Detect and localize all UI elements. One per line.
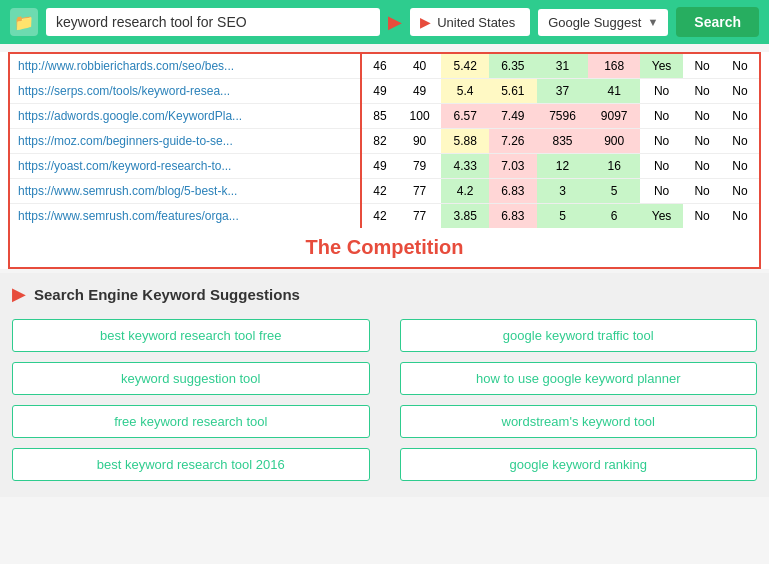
data-cell: 9097 — [588, 104, 640, 129]
data-cell: 6.83 — [489, 179, 537, 204]
table-row: https://www.semrush.com/features/orga...… — [10, 204, 759, 229]
url-cell[interactable]: https://www.semrush.com/features/orga... — [10, 204, 361, 229]
data-cell: 79 — [398, 154, 442, 179]
data-cell: 49 — [361, 154, 398, 179]
suggestion-button[interactable]: google keyword ranking — [400, 448, 758, 481]
data-cell: 900 — [588, 129, 640, 154]
data-cell: No — [683, 129, 721, 154]
data-cell: Yes — [640, 54, 683, 79]
data-cell: 7.26 — [489, 129, 537, 154]
suggestions-title: Search Engine Keyword Suggestions — [34, 286, 300, 303]
data-cell: 40 — [398, 54, 442, 79]
data-cell: 31 — [537, 54, 589, 79]
suggestions-header: ▶ Search Engine Keyword Suggestions — [12, 283, 757, 305]
data-cell: 5 — [588, 179, 640, 204]
data-cell: 7.03 — [489, 154, 537, 179]
data-cell: 5.61 — [489, 79, 537, 104]
suggestions-section: ▶ Search Engine Keyword Suggestions best… — [0, 273, 769, 497]
data-cell: 5.42 — [441, 54, 489, 79]
url-cell[interactable]: https://www.semrush.com/blog/5-best-k... — [10, 179, 361, 204]
engine-dropdown-icon: ▼ — [647, 16, 658, 28]
data-cell: 6.83 — [489, 204, 537, 229]
suggestion-button[interactable]: wordstream's keyword tool — [400, 405, 758, 438]
engine-selector[interactable]: Google Suggest ▼ — [538, 9, 668, 36]
search-button[interactable]: Search — [676, 7, 759, 37]
search-arrow-icon[interactable]: ▶ — [388, 11, 402, 33]
data-cell: 3 — [537, 179, 589, 204]
data-cell: 77 — [398, 179, 442, 204]
data-cell: 4.2 — [441, 179, 489, 204]
data-cell: Yes — [640, 204, 683, 229]
data-cell: 49 — [361, 79, 398, 104]
suggestion-button[interactable]: best keyword research tool 2016 — [12, 448, 370, 481]
main-search-input[interactable] — [46, 8, 380, 36]
suggestions-arrow-icon: ▶ — [12, 283, 26, 305]
data-cell: 37 — [537, 79, 589, 104]
data-cell: 85 — [361, 104, 398, 129]
data-cell: No — [640, 104, 683, 129]
data-cell: 4.33 — [441, 154, 489, 179]
data-cell: No — [640, 79, 683, 104]
data-cell: 12 — [537, 154, 589, 179]
country-label: United States — [437, 15, 515, 30]
data-cell: 77 — [398, 204, 442, 229]
data-cell: No — [640, 129, 683, 154]
data-cell: No — [721, 154, 759, 179]
country-flag-icon: ▶ — [420, 14, 431, 30]
folder-icon: 📁 — [10, 8, 38, 36]
data-cell: 3.85 — [441, 204, 489, 229]
engine-label: Google Suggest — [548, 15, 641, 30]
suggestion-button[interactable]: google keyword traffic tool — [400, 319, 758, 352]
url-cell[interactable]: https://moz.com/beginners-guide-to-se... — [10, 129, 361, 154]
competition-section: http://www.robbierichards.com/seo/bes...… — [0, 52, 769, 269]
data-cell: No — [683, 154, 721, 179]
data-cell: 835 — [537, 129, 589, 154]
data-cell: No — [683, 54, 721, 79]
data-cell: No — [721, 104, 759, 129]
data-cell: 16 — [588, 154, 640, 179]
url-cell[interactable]: http://www.robbierichards.com/seo/bes... — [10, 54, 361, 79]
country-selector[interactable]: ▶ United States — [410, 8, 530, 36]
table-row: http://www.robbierichards.com/seo/bes...… — [10, 54, 759, 79]
data-cell: No — [640, 154, 683, 179]
table-row: https://yoast.com/keyword-research-to...… — [10, 154, 759, 179]
data-cell: 168 — [588, 54, 640, 79]
data-cell: 7.49 — [489, 104, 537, 129]
url-cell[interactable]: https://yoast.com/keyword-research-to... — [10, 154, 361, 179]
suggestion-button[interactable]: how to use google keyword planner — [400, 362, 758, 395]
data-cell: 46 — [361, 54, 398, 79]
competition-box: http://www.robbierichards.com/seo/bes...… — [8, 52, 761, 269]
suggestion-button[interactable]: free keyword research tool — [12, 405, 370, 438]
table-row: https://www.semrush.com/blog/5-best-k...… — [10, 179, 759, 204]
suggestion-button[interactable]: best keyword research tool free — [12, 319, 370, 352]
data-cell: No — [640, 179, 683, 204]
header-bar: 📁 ▶ ▶ United States Google Suggest ▼ Sea… — [0, 0, 769, 44]
url-cell[interactable]: https://adwords.google.com/KeywordPla... — [10, 104, 361, 129]
data-cell: No — [683, 179, 721, 204]
table-row: https://moz.com/beginners-guide-to-se...… — [10, 129, 759, 154]
url-cell[interactable]: https://serps.com/tools/keyword-resea... — [10, 79, 361, 104]
data-cell: No — [683, 204, 721, 229]
competition-label: The Competition — [10, 228, 759, 267]
suggestion-button[interactable]: keyword suggestion tool — [12, 362, 370, 395]
data-cell: 41 — [588, 79, 640, 104]
data-cell: 6.57 — [441, 104, 489, 129]
data-cell: 6.35 — [489, 54, 537, 79]
data-cell: 100 — [398, 104, 442, 129]
data-cell: No — [721, 179, 759, 204]
data-cell: 5 — [537, 204, 589, 229]
table-row: https://adwords.google.com/KeywordPla...… — [10, 104, 759, 129]
suggestions-grid: best keyword research tool freegoogle ke… — [12, 319, 757, 481]
data-cell: 7596 — [537, 104, 589, 129]
data-cell: 42 — [361, 204, 398, 229]
data-cell: No — [721, 79, 759, 104]
data-cell: 6 — [588, 204, 640, 229]
data-cell: No — [683, 104, 721, 129]
data-cell: 42 — [361, 179, 398, 204]
data-cell: 5.88 — [441, 129, 489, 154]
data-cell: 49 — [398, 79, 442, 104]
data-cell: No — [721, 54, 759, 79]
data-cell: 82 — [361, 129, 398, 154]
data-cell: 90 — [398, 129, 442, 154]
data-cell: No — [721, 204, 759, 229]
